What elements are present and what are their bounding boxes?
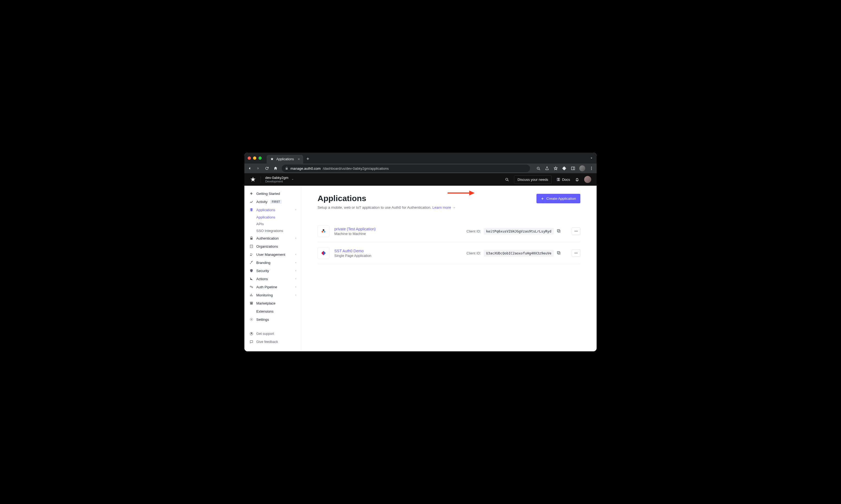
svg-rect-26 — [558, 252, 560, 254]
sidebar-item-extensions[interactable]: Extensions — [244, 307, 301, 315]
new-tab-button[interactable]: + — [306, 156, 309, 162]
copy-icon[interactable] — [556, 229, 561, 234]
gear-icon — [249, 317, 254, 322]
close-window-icon[interactable] — [247, 157, 251, 160]
sidebar-item-auth-pipeline[interactable]: Auth Pipeline — [244, 283, 301, 291]
plus-icon — [541, 197, 544, 200]
chevron-down-icon — [294, 208, 297, 211]
sidebar-item-monitoring[interactable]: Monitoring — [244, 291, 301, 299]
ellipsis-icon — [574, 229, 578, 233]
sidebar-item-activity[interactable]: Activity FIRST — [244, 198, 301, 206]
svg-point-5 — [591, 169, 592, 170]
sidebar-item-settings[interactable]: Settings — [244, 315, 301, 323]
user-avatar[interactable] — [584, 176, 591, 183]
give-feedback-link[interactable]: Give feedback — [244, 338, 301, 346]
svg-point-9 — [250, 277, 251, 278]
flow-icon — [249, 277, 254, 281]
sidebar-item-label: Organizations — [256, 245, 278, 249]
tab-strip: Applications × + — [244, 153, 597, 163]
bars-icon — [249, 293, 254, 297]
sidebar-item-label: Authentication — [256, 236, 278, 240]
sidebar-item-marketplace[interactable]: Marketplace — [244, 299, 301, 307]
sidebar-footer: Get support Give feedback — [244, 328, 301, 347]
address-bar[interactable]: manage.auth0.com/dashboard/us/dev-0abky2… — [282, 165, 530, 172]
application-name-link[interactable]: private (Test Application) — [334, 227, 397, 231]
ellipsis-icon — [574, 251, 578, 255]
sidebar-item-organizations[interactable]: Organizations — [244, 242, 301, 250]
layers-icon — [249, 208, 254, 212]
search-icon[interactable] — [505, 177, 509, 182]
learn-more-link[interactable]: Learn more → — [432, 205, 456, 210]
extensions-icon[interactable] — [562, 166, 567, 171]
svg-rect-19 — [558, 230, 560, 232]
discuss-button[interactable]: Discuss your needs — [514, 175, 552, 184]
tenant-switcher[interactable]: dev-0abky2gm Development — [265, 176, 294, 183]
application-name-link[interactable]: SST Auth0 Demo — [334, 249, 397, 253]
find-icon[interactable] — [536, 166, 541, 171]
sidebar-item-label: Auth Pipeline — [256, 285, 277, 289]
create-application-button[interactable]: Create Application — [536, 194, 580, 203]
svg-rect-20 — [557, 230, 560, 232]
sidebar-item-applications[interactable]: Applications — [244, 206, 301, 214]
sidebar-item-label: Give feedback — [256, 340, 278, 344]
sidebar-item-security[interactable]: Security — [244, 267, 301, 275]
bell-icon[interactable] — [575, 177, 579, 182]
svg-point-21 — [575, 231, 575, 231]
svg-point-18 — [323, 229, 324, 231]
minimize-window-icon[interactable] — [253, 157, 256, 160]
users-icon — [249, 252, 254, 257]
tabs-dropdown-icon[interactable] — [589, 156, 594, 160]
sidebar: Getting Started Activity FIRST Applicati… — [244, 186, 301, 351]
sidebar-item-getting-started[interactable]: Getting Started — [244, 190, 301, 198]
star-icon[interactable] — [553, 166, 558, 171]
auth0-logo-icon[interactable] — [250, 176, 256, 183]
sidebar-item-label: Security — [256, 269, 269, 273]
chevron-right-icon — [294, 286, 297, 288]
get-support-link[interactable]: Get support — [244, 330, 301, 338]
app-icon — [317, 247, 329, 259]
chevron-right-icon — [294, 294, 297, 296]
sidebar-item-user-management[interactable]: User Management — [244, 250, 301, 258]
window-controls[interactable] — [247, 157, 262, 160]
panel-icon[interactable] — [571, 166, 576, 171]
share-icon[interactable] — [545, 166, 549, 171]
row-menu-button[interactable] — [572, 249, 580, 257]
maximize-window-icon[interactable] — [258, 157, 262, 160]
close-tab-icon[interactable]: × — [298, 157, 300, 161]
lock-icon — [285, 167, 288, 170]
application-type: Single Page Application — [334, 254, 397, 258]
main-content: Applications Create Application Setup a … — [301, 186, 597, 351]
sidebar-item-branding[interactable]: Branding — [244, 258, 301, 267]
sidebar-item-actions[interactable]: Actions — [244, 275, 301, 283]
browser-tab[interactable]: Applications × — [267, 155, 303, 163]
docs-link[interactable]: Docs — [556, 178, 570, 182]
page-subtitle: Setup a mobile, web or IoT application t… — [317, 205, 580, 210]
kebab-menu-icon[interactable] — [589, 166, 594, 171]
client-id-value: keitPq6xusVZd4JGgVzas9tsLrLsyRyd — [484, 228, 554, 235]
chevron-down-icon — [291, 178, 294, 181]
sidebar-item-label: Monitoring — [256, 293, 273, 297]
home-icon[interactable] — [273, 166, 278, 171]
svg-point-16 — [322, 231, 323, 233]
application-type: Machine to Machine — [334, 232, 397, 236]
sidebar-item-label: Actions — [256, 277, 268, 281]
sidebar-sub-item-apis[interactable]: APIs — [256, 221, 301, 227]
sidebar-item-label: Settings — [256, 318, 269, 322]
profile-avatar-icon[interactable] — [579, 165, 585, 171]
svg-rect-27 — [557, 251, 560, 254]
copy-icon[interactable] — [556, 251, 561, 255]
row-menu-button[interactable] — [572, 227, 580, 235]
shield-icon — [249, 269, 254, 273]
sidebar-sub-item-applications[interactable]: Applications — [256, 214, 301, 221]
svg-point-10 — [252, 279, 253, 280]
sidebar-item-authentication[interactable]: Authentication — [244, 234, 301, 242]
chevron-right-icon — [294, 277, 297, 280]
app-icon — [317, 225, 329, 237]
application-row: private (Test Application) Machine to Ma… — [317, 220, 580, 242]
back-icon[interactable] — [247, 166, 252, 171]
svg-point-6 — [505, 178, 508, 180]
svg-point-17 — [324, 231, 325, 233]
browser-toolbar: manage.auth0.com/dashboard/us/dev-0abky2… — [244, 163, 597, 173]
sidebar-sub-item-sso[interactable]: SSO Integrations — [256, 227, 301, 234]
reload-icon[interactable] — [264, 166, 269, 171]
